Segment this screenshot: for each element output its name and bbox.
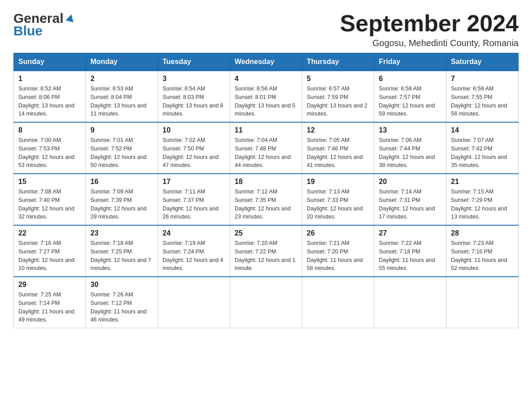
day-number: 1 [18, 75, 81, 83]
day-info: Sunrise: 7:14 AM Sunset: 7:31 PM Dayligh… [379, 188, 442, 221]
calendar-header-monday: Monday [86, 53, 158, 71]
calendar-cell: 13 Sunrise: 7:06 AM Sunset: 7:44 PM Dayl… [374, 122, 446, 174]
calendar-week-row: 22 Sunrise: 7:16 AM Sunset: 7:27 PM Dayl… [14, 225, 519, 277]
day-info: Sunrise: 7:23 AM Sunset: 7:16 PM Dayligh… [451, 239, 514, 273]
day-number: 14 [451, 126, 514, 134]
calendar-cell: 22 Sunrise: 7:16 AM Sunset: 7:27 PM Dayl… [14, 225, 86, 277]
calendar-table: SundayMondayTuesdayWednesdayThursdayFrid… [13, 53, 519, 328]
day-number: 4 [235, 75, 297, 83]
day-info: Sunrise: 6:53 AM Sunset: 8:04 PM Dayligh… [90, 85, 153, 118]
day-number: 29 [18, 281, 81, 289]
day-info: Sunrise: 6:58 AM Sunset: 7:57 PM Dayligh… [379, 85, 442, 118]
day-info: Sunrise: 7:15 AM Sunset: 7:29 PM Dayligh… [451, 188, 514, 221]
day-info: Sunrise: 7:22 AM Sunset: 7:18 PM Dayligh… [379, 239, 442, 273]
day-info: Sunrise: 6:54 AM Sunset: 8:03 PM Dayligh… [163, 85, 225, 118]
calendar-cell: 3 Sunrise: 6:54 AM Sunset: 8:03 PM Dayli… [158, 71, 230, 122]
logo: General Blue [13, 11, 75, 39]
calendar-week-row: 15 Sunrise: 7:08 AM Sunset: 7:40 PM Dayl… [14, 174, 519, 225]
calendar-cell: 9 Sunrise: 7:01 AM Sunset: 7:52 PM Dayli… [86, 122, 158, 174]
calendar-cell: 16 Sunrise: 7:09 AM Sunset: 7:39 PM Dayl… [86, 174, 158, 225]
day-number: 24 [163, 229, 225, 237]
day-number: 10 [163, 126, 225, 134]
day-info: Sunrise: 7:19 AM Sunset: 7:24 PM Dayligh… [163, 239, 225, 273]
day-number: 18 [235, 178, 297, 186]
page-title: September 2024 [340, 11, 519, 36]
calendar-cell: 11 Sunrise: 7:04 AM Sunset: 7:48 PM Dayl… [230, 122, 302, 174]
calendar-cell: 21 Sunrise: 7:15 AM Sunset: 7:29 PM Dayl… [446, 174, 519, 225]
day-info: Sunrise: 7:25 AM Sunset: 7:14 PM Dayligh… [18, 291, 81, 324]
calendar-cell: 5 Sunrise: 6:57 AM Sunset: 7:59 PM Dayli… [302, 71, 374, 122]
day-info: Sunrise: 7:01 AM Sunset: 7:52 PM Dayligh… [90, 136, 153, 170]
day-number: 12 [307, 126, 369, 134]
calendar-cell: 17 Sunrise: 7:11 AM Sunset: 7:37 PM Dayl… [158, 174, 230, 225]
calendar-cell: 29 Sunrise: 7:25 AM Sunset: 7:14 PM Dayl… [14, 277, 86, 328]
svg-marker-0 [65, 13, 75, 22]
day-info: Sunrise: 6:52 AM Sunset: 8:06 PM Dayligh… [18, 85, 81, 118]
day-number: 15 [18, 178, 81, 186]
title-block: September 2024 Gogosu, Mehedinti County,… [340, 11, 519, 48]
day-number: 28 [451, 229, 514, 237]
calendar-cell: 2 Sunrise: 6:53 AM Sunset: 8:04 PM Dayli… [86, 71, 158, 122]
day-info: Sunrise: 7:05 AM Sunset: 7:46 PM Dayligh… [307, 136, 369, 170]
calendar-cell: 23 Sunrise: 7:18 AM Sunset: 7:25 PM Dayl… [86, 225, 158, 277]
day-number: 11 [235, 126, 297, 134]
day-number: 30 [90, 281, 153, 289]
calendar-cell: 25 Sunrise: 7:20 AM Sunset: 7:22 PM Dayl… [230, 225, 302, 277]
calendar-cell [446, 277, 519, 328]
day-info: Sunrise: 7:12 AM Sunset: 7:35 PM Dayligh… [235, 188, 297, 221]
calendar-cell [302, 277, 374, 328]
calendar-cell: 10 Sunrise: 7:02 AM Sunset: 7:50 PM Dayl… [158, 122, 230, 174]
calendar-cell: 12 Sunrise: 7:05 AM Sunset: 7:46 PM Dayl… [302, 122, 374, 174]
day-number: 27 [379, 229, 442, 237]
day-number: 22 [18, 229, 81, 237]
calendar-header-saturday: Saturday [446, 53, 519, 71]
logo-triangle-icon [65, 13, 75, 23]
calendar-week-row: 8 Sunrise: 7:00 AM Sunset: 7:53 PM Dayli… [14, 122, 519, 174]
calendar-cell [230, 277, 302, 328]
day-info: Sunrise: 7:02 AM Sunset: 7:50 PM Dayligh… [163, 136, 225, 170]
calendar-cell: 30 Sunrise: 7:26 AM Sunset: 7:12 PM Dayl… [86, 277, 158, 328]
day-number: 9 [90, 126, 153, 134]
day-info: Sunrise: 7:09 AM Sunset: 7:39 PM Dayligh… [90, 188, 153, 221]
calendar-cell: 4 Sunrise: 6:56 AM Sunset: 8:01 PM Dayli… [230, 71, 302, 122]
day-number: 8 [18, 126, 81, 134]
day-number: 21 [451, 178, 514, 186]
day-number: 6 [379, 75, 442, 83]
calendar-header-sunday: Sunday [14, 53, 86, 71]
day-info: Sunrise: 7:11 AM Sunset: 7:37 PM Dayligh… [163, 188, 225, 221]
day-info: Sunrise: 6:56 AM Sunset: 8:01 PM Dayligh… [235, 85, 297, 118]
page-header: General Blue September 2024 Gogosu, Mehe… [13, 11, 519, 48]
calendar-header-row: SundayMondayTuesdayWednesdayThursdayFrid… [14, 53, 519, 71]
calendar-cell: 24 Sunrise: 7:19 AM Sunset: 7:24 PM Dayl… [158, 225, 230, 277]
calendar-cell: 7 Sunrise: 6:59 AM Sunset: 7:55 PM Dayli… [446, 71, 519, 122]
logo-blue-text: Blue [13, 23, 43, 39]
day-info: Sunrise: 7:08 AM Sunset: 7:40 PM Dayligh… [18, 188, 81, 221]
calendar-cell: 27 Sunrise: 7:22 AM Sunset: 7:18 PM Dayl… [374, 225, 446, 277]
calendar-header-thursday: Thursday [302, 53, 374, 71]
page-subtitle: Gogosu, Mehedinti County, Romania [340, 38, 519, 48]
day-number: 7 [451, 75, 514, 83]
day-info: Sunrise: 7:06 AM Sunset: 7:44 PM Dayligh… [379, 136, 442, 170]
calendar-cell: 20 Sunrise: 7:14 AM Sunset: 7:31 PM Dayl… [374, 174, 446, 225]
day-number: 23 [90, 229, 153, 237]
day-info: Sunrise: 7:07 AM Sunset: 7:42 PM Dayligh… [451, 136, 514, 170]
day-info: Sunrise: 6:59 AM Sunset: 7:55 PM Dayligh… [451, 85, 514, 118]
day-number: 26 [307, 229, 369, 237]
day-number: 25 [235, 229, 297, 237]
day-info: Sunrise: 7:00 AM Sunset: 7:53 PM Dayligh… [18, 136, 81, 170]
calendar-cell: 19 Sunrise: 7:13 AM Sunset: 7:33 PM Dayl… [302, 174, 374, 225]
calendar-cell [374, 277, 446, 328]
day-info: Sunrise: 7:04 AM Sunset: 7:48 PM Dayligh… [235, 136, 297, 170]
day-number: 3 [163, 75, 225, 83]
calendar-cell: 28 Sunrise: 7:23 AM Sunset: 7:16 PM Dayl… [446, 225, 519, 277]
calendar-cell: 15 Sunrise: 7:08 AM Sunset: 7:40 PM Dayl… [14, 174, 86, 225]
calendar-week-row: 29 Sunrise: 7:25 AM Sunset: 7:14 PM Dayl… [14, 277, 519, 328]
day-number: 13 [379, 126, 442, 134]
day-info: Sunrise: 7:13 AM Sunset: 7:33 PM Dayligh… [307, 188, 369, 221]
day-number: 17 [163, 178, 225, 186]
calendar-header-wednesday: Wednesday [230, 53, 302, 71]
day-info: Sunrise: 7:18 AM Sunset: 7:25 PM Dayligh… [90, 239, 153, 273]
day-info: Sunrise: 7:26 AM Sunset: 7:12 PM Dayligh… [90, 291, 153, 324]
calendar-cell: 8 Sunrise: 7:00 AM Sunset: 7:53 PM Dayli… [14, 122, 86, 174]
calendar-cell [158, 277, 230, 328]
